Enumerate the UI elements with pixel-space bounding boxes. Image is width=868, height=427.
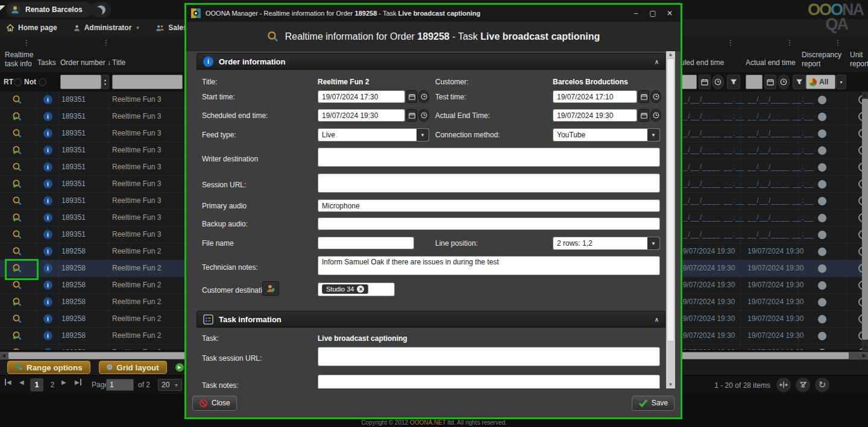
col-tasks[interactable]: Tasks: [37, 58, 56, 67]
test-time-button[interactable]: [650, 90, 661, 103]
feed-type-select[interactable]: Live ▼: [318, 128, 429, 142]
task-notes-textarea[interactable]: [318, 375, 660, 388]
page-2-button[interactable]: 2: [46, 378, 59, 391]
vertical-scrollbar-thumb[interactable]: [862, 99, 868, 340]
realtime-info-magnifier-button[interactable]: [12, 348, 23, 350]
task-info-button[interactable]: i: [43, 179, 52, 189]
actual-filter-button[interactable]: [793, 75, 806, 89]
realtime-info-magnifier-button[interactable]: [12, 246, 23, 257]
scroll-left-icon[interactable]: ◀: [2, 352, 5, 360]
last-page-button[interactable]: ▶: [75, 379, 81, 385]
scheduled-calendar-button[interactable]: [406, 109, 417, 122]
refresh-button[interactable]: ↻: [815, 378, 829, 392]
task-info-button[interactable]: i: [43, 163, 52, 172]
col-actual-end-time[interactable]: Actual end time: [746, 58, 796, 67]
col-discrepancy-report[interactable]: Discrepancy report: [802, 51, 846, 69]
spinner-down-icon[interactable]: ▼: [104, 83, 107, 86]
prev-page-button[interactable]: ◀: [19, 379, 24, 385]
primary-audio-input[interactable]: [318, 199, 660, 212]
column-menu-icon[interactable]: ⋮: [786, 39, 793, 47]
scroll-down-icon[interactable]: ▼: [862, 343, 868, 351]
task-info-button[interactable]: i: [43, 348, 52, 350]
collapse-chevron-icon[interactable]: ∧: [655, 316, 659, 323]
realtime-info-magnifier-button[interactable]: [12, 162, 23, 173]
realtime-info-magnifier-button[interactable]: [12, 263, 23, 274]
number-spinner[interactable]: ▲ ▼: [101, 75, 109, 89]
task-info-button[interactable]: i: [43, 129, 52, 138]
collapse-chevron-icon[interactable]: ∧: [655, 58, 659, 65]
col-title[interactable]: Title: [112, 58, 125, 67]
task-info-button[interactable]: i: [43, 247, 52, 256]
discrepancy-filter-dropdown[interactable]: All: [806, 75, 835, 89]
col-order-number[interactable]: Order number ↓: [60, 58, 111, 67]
close-button[interactable]: Close: [192, 396, 237, 411]
test-calendar-button[interactable]: [638, 90, 649, 103]
maximize-button[interactable]: ▢: [647, 9, 659, 17]
realtime-info-magnifier-button[interactable]: [12, 331, 23, 341]
nav-home[interactable]: Home page: [6, 23, 57, 32]
task-information-header[interactable]: Task information ∧: [197, 311, 665, 328]
realtime-info-magnifier-button[interactable]: [12, 179, 23, 190]
customer-destination-input[interactable]: Studio 34 ✕: [318, 282, 395, 296]
realtime-info-magnifier-button[interactable]: [12, 297, 23, 308]
dialog-scrollbar-thumb[interactable]: [667, 58, 675, 341]
task-info-button[interactable]: i: [43, 146, 52, 155]
order-number-filter-input[interactable]: [60, 75, 101, 89]
spinner-up-icon[interactable]: ▲: [104, 78, 107, 82]
save-button[interactable]: Save: [632, 396, 675, 411]
close-window-button[interactable]: ✕: [664, 9, 676, 17]
nav-administrator[interactable]: Administrator▼: [73, 23, 140, 32]
backup-audio-input[interactable]: [318, 217, 660, 230]
actual-calendar-button[interactable]: [638, 109, 649, 122]
clear-filters-button[interactable]: [796, 378, 810, 392]
connection-method-select[interactable]: YouTube ▼: [553, 128, 660, 142]
title-filter-input[interactable]: [112, 75, 183, 89]
realtime-info-magnifier-button[interactable]: [12, 128, 23, 139]
test-time-input[interactable]: [553, 90, 637, 103]
scheduled-time-button[interactable]: [418, 109, 429, 122]
scheduled-calendar-button[interactable]: [699, 75, 711, 89]
task-info-button[interactable]: i: [43, 331, 52, 340]
order-information-header[interactable]: i Order information ∧: [197, 53, 665, 70]
range-options-button[interactable]: + Range options: [7, 361, 90, 374]
vertical-scrollbar[interactable]: ▲ ▼: [862, 92, 868, 351]
realtime-info-magnifier-button[interactable]: [12, 196, 23, 207]
task-info-button[interactable]: i: [43, 95, 52, 104]
task-info-button[interactable]: i: [43, 314, 52, 323]
writer-destination-textarea[interactable]: [318, 148, 660, 167]
not-radio[interactable]: [39, 78, 46, 86]
scheduled-time-button[interactable]: [712, 75, 724, 89]
start-time-input[interactable]: [318, 90, 405, 103]
realtime-info-magnifier-button[interactable]: [12, 280, 23, 291]
line-position-select[interactable]: 2 rows: 1,2 ▼: [553, 237, 660, 250]
actual-time-button[interactable]: [650, 109, 661, 122]
user-menu[interactable]: Renato Barcelos: [6, 2, 92, 17]
grid-layout-button[interactable]: ⚙ Grid layout: [99, 361, 167, 374]
scroll-right-icon[interactable]: ▶: [863, 352, 866, 360]
page-1-button[interactable]: 1: [30, 378, 43, 391]
minimize-button[interactable]: –: [630, 9, 642, 17]
actual-end-filter-input[interactable]: [746, 75, 763, 89]
task-info-button[interactable]: i: [43, 112, 52, 121]
theme-toggle-button[interactable]: [90, 2, 111, 17]
realtime-info-magnifier-button[interactable]: [12, 111, 23, 122]
discrepancy-dropdown-arrow[interactable]: ▼: [836, 75, 846, 89]
destination-tag[interactable]: Studio 34 ✕: [322, 284, 368, 294]
task-info-button[interactable]: i: [43, 196, 52, 205]
actual-time-button[interactable]: [778, 75, 790, 89]
first-page-button[interactable]: ◀: [5, 379, 11, 385]
scroll-down-icon[interactable]: ▼: [666, 381, 675, 388]
realtime-info-magnifier-button[interactable]: [12, 145, 23, 156]
customer-destination-button[interactable]: [262, 281, 279, 296]
task-info-button[interactable]: i: [43, 213, 52, 222]
realtime-info-magnifier-button[interactable]: [12, 314, 23, 325]
scheduled-end-filter-input[interactable]: [680, 75, 697, 89]
page-number-input[interactable]: [106, 379, 134, 391]
fit-columns-button[interactable]: [776, 378, 791, 392]
task-info-button[interactable]: i: [43, 230, 52, 239]
realtime-info-magnifier-button[interactable]: [12, 229, 23, 240]
technician-notes-textarea[interactable]: Inform Samuel Oak if there are issues in…: [318, 256, 660, 275]
start-calendar-button[interactable]: [406, 90, 417, 103]
scheduled-filter-button[interactable]: [727, 75, 740, 89]
column-menu-icon[interactable]: ⋮: [834, 39, 841, 47]
